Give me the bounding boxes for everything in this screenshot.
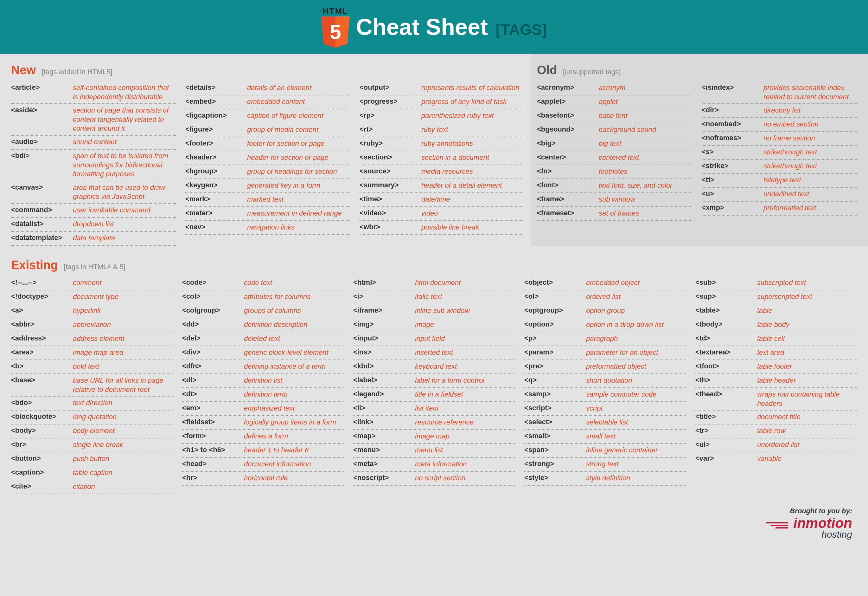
tag-name: <isindex> [702,83,763,92]
tag-entry: <option>option in a drop-down list [524,318,686,332]
tag-name: <colgroup> [182,306,244,315]
tag-name: <menu> [353,446,415,454]
tag-description: inline generic container [586,446,686,455]
tag-entry: <li>list item [353,402,515,416]
tag-entry: <tfoot>table footer [695,360,857,374]
tag-name: <blockquote> [11,413,73,421]
tag-entry: <script>script [524,402,686,416]
tag-name: <meter> [185,209,247,217]
tag-entry: <cite>citation [11,480,173,494]
tag-description: defining instance of a term [244,362,344,371]
tag-name: <tfoot> [695,362,757,370]
tag-name: <u> [702,189,763,198]
tag-entry: <frame>sub window [537,193,692,207]
tag-entry: <col>attributes for columns [182,290,344,304]
tag-entry: <dfn>defining instance of a term [182,360,344,374]
tag-description: definition term [244,390,344,399]
tag-entry: <legend>title in a fieldset [353,388,515,402]
tag-description: resource reference [415,418,515,427]
logo-5-text: 5 [330,20,341,44]
tag-description: address element [73,334,173,343]
tag-description: variable [757,454,857,463]
tag-name: <mark> [185,195,247,203]
tag-entry: <applet>applet [537,95,692,109]
tag-entry: <thead>wraps row containing table header… [695,388,857,411]
tag-name: <strong> [524,460,586,468]
tag-entry: <u>underlined text [702,188,857,202]
tag-name: <frameset> [537,209,599,217]
column: <code>code text<col>attributes for colum… [182,277,344,494]
tag-description: italic text [415,292,515,302]
tag-description: logically group items in a form [244,418,344,427]
tag-description: media resources [421,167,524,176]
tag-description: teletype text [763,176,857,185]
tag-description: label for a form control [415,376,515,385]
tag-entry: <br>single line break [11,438,173,453]
tag-description: menu list [415,446,515,455]
tag-name: <figcaption> [185,111,247,120]
tag-description: keyboard text [415,362,515,371]
tag-entry: <tbody>table body [695,318,857,332]
tag-description: horizontal rule [244,474,344,483]
tag-name: <source> [360,167,421,175]
tag-entry: <strong>strong text [524,458,686,472]
tag-entry: <dl>definition list [182,374,344,388]
tag-description: selectable list [586,418,686,427]
tag-description: no frame section [763,134,857,143]
tag-entry: <datalist>dropdown list [11,218,176,232]
tag-name: <font> [537,181,599,189]
tag-name: <iframe> [353,306,415,315]
tag-name: <area> [11,348,73,356]
tag-name: <button> [11,454,73,463]
tag-description: no script section [415,474,515,483]
tag-description: directory list [763,106,857,115]
tag-description: area that can be used to draw graphics v… [73,183,176,201]
tag-description: background sound [599,125,692,135]
tag-description: html document [415,278,515,288]
tag-entry: <kbd>keyboard text [353,360,515,374]
tag-description: table caption [73,468,173,478]
tag-description: parenthesized ruby text [421,111,524,120]
tag-entry: <a>hyperlink [11,304,173,318]
tag-name: <fn> [537,167,599,175]
tag-name: <pre> [524,362,586,370]
tag-description: base URL for all links in page relative … [73,376,173,394]
tag-entry: <select>selectable list [524,416,686,430]
tag-name: <center> [537,153,599,161]
tag-description: superscripted text [757,292,857,302]
header: HTML 5 Cheat Sheet [TAGS] [0,0,868,54]
tag-description: image map area [73,348,173,357]
tag-name: <!doctype> [11,292,73,300]
stripes-icon [766,522,788,530]
tag-description: table row [757,426,857,436]
tag-description: navigation links [247,223,350,232]
tag-entry: <small>small text [524,430,686,444]
tag-description: ruby text [421,125,524,135]
html5-logo: HTML 5 [321,6,350,48]
tag-name: <time> [360,195,421,203]
tag-name: <rt> [360,125,421,133]
tag-entry: <blockquote>long quotation [11,411,173,424]
tag-entry: <dt>definition term [182,388,344,402]
tag-description: represents results of calculation [421,83,524,93]
tag-description: code text [244,278,344,288]
tag-entry: <style>style definition [524,472,686,486]
tag-entry: <figure>group of media content [185,123,350,137]
tag-name: <bgsound> [537,125,599,133]
tag-name: <legend> [353,390,415,398]
tag-entry: <tt>teletype text [702,174,857,188]
tag-entry: <basefont>base font [537,109,692,123]
tag-description: small text [586,432,686,441]
tag-name: <basefont> [537,111,599,120]
tag-description: preformatted object [586,362,686,371]
column: <output>represents results of calculatio… [360,81,524,246]
tag-description: definition list [244,376,344,385]
tag-description: self-contained composition that is indep… [73,83,176,101]
tag-entry: <hgroup>group of headings for section [185,165,350,179]
tag-entry: <xmp>preformatted text [702,202,857,216]
tag-description: image map [415,432,515,441]
tag-description: base font [599,111,692,120]
tag-description: deleted text [244,334,344,343]
tag-entry: <textarea>text area [695,346,857,360]
tag-description: subscripted text [757,278,857,288]
